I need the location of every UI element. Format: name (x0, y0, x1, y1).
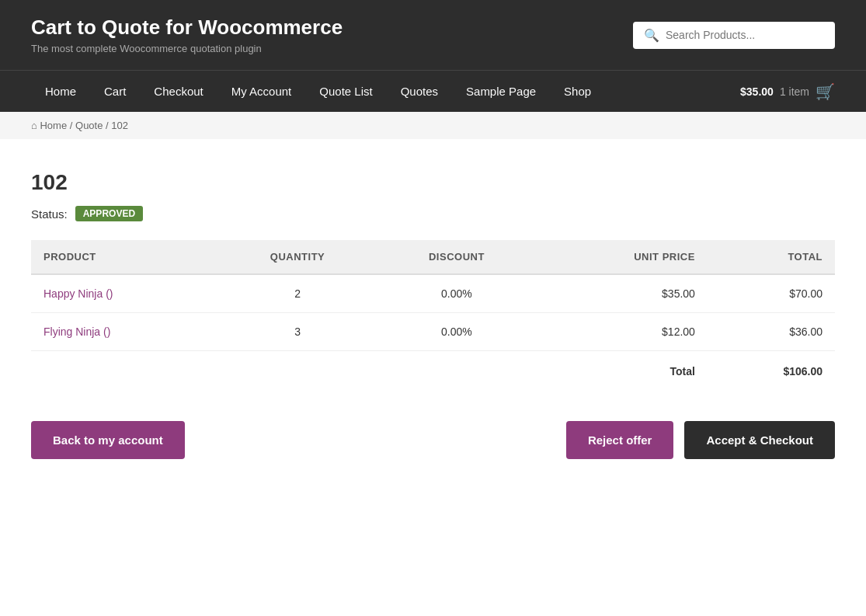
product-link-1[interactable]: Happy Ninja () (43, 287, 113, 300)
reject-button[interactable]: Reject offer (566, 421, 674, 459)
discount-2: 0.00% (377, 313, 537, 351)
nav-shop[interactable]: Shop (550, 71, 605, 112)
col-discount: Discount (377, 240, 537, 274)
unit-price-1: $35.00 (537, 274, 708, 313)
actions-row: Back to my account Reject offer Accept &… (31, 413, 835, 459)
total-value: $106.00 (708, 351, 835, 391)
col-unit-price: Unit Price (537, 240, 708, 274)
table-row: Happy Ninja () 2 0.00% $35.00 $70.00 (31, 274, 835, 313)
nav-checkout[interactable]: Checkout (140, 71, 217, 112)
status-badge: Approved (75, 206, 143, 221)
col-quantity: Quantity (218, 240, 376, 274)
col-total: Total (708, 240, 835, 274)
status-row: Status: Approved (31, 206, 835, 221)
nav-quotes[interactable]: Quotes (387, 71, 452, 112)
total-row: Total $106.00 (31, 351, 835, 391)
table-row: Flying Ninja () 3 0.00% $12.00 $36.00 (31, 313, 835, 351)
breadcrumb-home-icon: ⌂ (31, 120, 37, 131)
cart-count: 1 item (780, 85, 809, 98)
table-header-row: Product Quantity Discount Unit Price Tot… (31, 240, 835, 274)
quote-table: Product Quantity Discount Unit Price Tot… (31, 240, 835, 390)
site-description: The most complete Woocommerce quotation … (31, 43, 343, 54)
accept-checkout-button[interactable]: Accept & Checkout (684, 421, 835, 459)
nav-my-account[interactable]: My Account (217, 71, 306, 112)
discount-1: 0.00% (377, 274, 537, 313)
table-body: Happy Ninja () 2 0.00% $35.00 $70.00 Fly… (31, 274, 835, 390)
nav-quote-list[interactable]: Quote List (305, 71, 386, 112)
status-label: Status: (31, 207, 68, 221)
site-nav: Home Cart Checkout My Account Quote List… (0, 70, 866, 112)
site-branding: Cart to Quote for Woocommerce The most c… (31, 16, 343, 54)
product-name-2: Flying Ninja () (31, 313, 218, 351)
breadcrumb-current: 102 (111, 120, 128, 131)
total-empty-2 (218, 351, 376, 391)
main-content: 102 Status: Approved Product Quantity Di… (0, 139, 866, 506)
total-empty-3 (377, 351, 537, 391)
nav-cart[interactable]: Cart (90, 71, 140, 112)
quantity-1: 2 (218, 274, 376, 313)
total-empty-1 (31, 351, 218, 391)
nav-sample-page[interactable]: Sample Page (452, 71, 550, 112)
nav-home[interactable]: Home (31, 71, 90, 112)
breadcrumb: ⌂ Home / Quote / 102 (0, 112, 866, 139)
col-product: Product (31, 240, 218, 274)
search-icon: 🔍 (644, 28, 659, 43)
back-button[interactable]: Back to my account (31, 421, 185, 459)
breadcrumb-home-link[interactable]: Home (40, 120, 67, 131)
site-title: Cart to Quote for Woocommerce (31, 16, 343, 40)
unit-price-2: $12.00 (537, 313, 708, 351)
search-input[interactable] (666, 29, 824, 41)
cart-amount: $35.00 (740, 85, 774, 98)
breadcrumb-quote-link[interactable]: Quote (75, 120, 103, 131)
cart-icon: 🛒 (816, 82, 835, 101)
nav-links: Home Cart Checkout My Account Quote List… (31, 71, 605, 112)
site-header: Cart to Quote for Woocommerce The most c… (0, 0, 866, 70)
quote-id: 102 (31, 170, 835, 195)
table-head: Product Quantity Discount Unit Price Tot… (31, 240, 835, 274)
search-bar[interactable]: 🔍 (633, 22, 835, 49)
quantity-2: 3 (218, 313, 376, 351)
total-1: $70.00 (708, 274, 835, 313)
total-label: Total (537, 351, 708, 391)
nav-cart-summary[interactable]: $35.00 1 item 🛒 (740, 82, 835, 101)
total-2: $36.00 (708, 313, 835, 351)
breadcrumb-sep1: / (70, 120, 75, 131)
product-name-1: Happy Ninja () (31, 274, 218, 313)
product-link-2[interactable]: Flying Ninja () (43, 325, 110, 338)
btn-group-right: Reject offer Accept & Checkout (566, 421, 835, 459)
